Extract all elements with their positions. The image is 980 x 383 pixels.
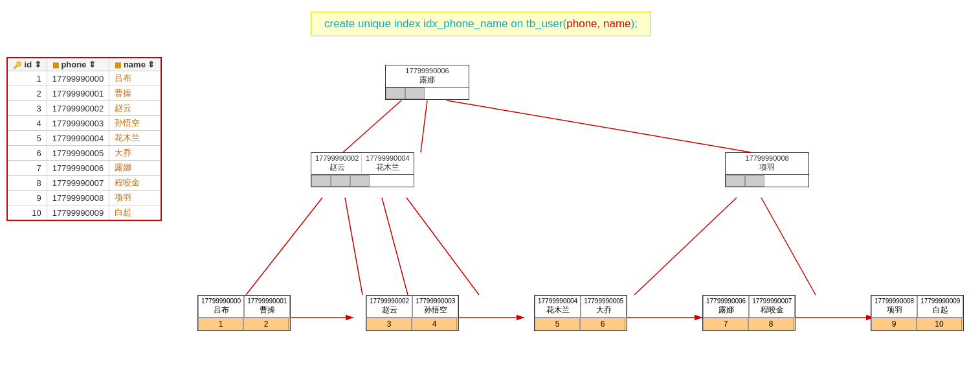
svg-line-7 [406, 198, 479, 295]
svg-line-4 [246, 198, 322, 295]
leaf-node-2: 17799990002 赵云 17799990003 孙悟空 3 4 [366, 295, 459, 331]
leaf5-cell1: 17799990008 项羽 [871, 296, 917, 318]
cell-phone: 17799990002 [47, 101, 109, 116]
cell-phone: 17799990001 [47, 86, 109, 101]
table-row: 6 17799990005 大乔 [7, 146, 161, 161]
root-phone: 17799990006 [405, 67, 449, 75]
cell-id: 5 [7, 131, 47, 146]
leaf5-cell2: 17799990009 白起 [917, 296, 963, 318]
l2l-phone2: 17799990004 [366, 154, 409, 162]
leaf5-id1: 9 [871, 318, 917, 331]
leaf3-id2: 6 [580, 318, 625, 331]
l2r-phone: 17799990008 [745, 154, 788, 162]
cell-name: 赵云 [109, 101, 161, 116]
leaf2-id2: 4 [412, 318, 457, 331]
svg-line-6 [382, 198, 408, 295]
level2-left-node: 17799990002 赵云 17799990004 花木兰 [311, 152, 414, 187]
leaf4-cell2: 17799990007 程咬金 [749, 296, 795, 318]
leaf1-cell1: 17799990000 吕布 [198, 296, 244, 318]
cell-phone: 17799990009 [47, 205, 109, 221]
leaf-node-1: 17799990000 吕布 17799990001 曹操 1 2 [197, 295, 291, 331]
btree-container: 17799990006 露娜 17799990002 赵云 1779999000… [162, 0, 977, 383]
l2l-ptr3 [350, 175, 370, 187]
col-phone-header: ▦ phone ⇕ [47, 58, 109, 71]
cell-name: 大乔 [109, 146, 161, 161]
cell-id: 1 [7, 71, 47, 86]
level2-right-node: 17799990008 项羽 [725, 152, 809, 187]
cell-name: 项羽 [109, 191, 161, 205]
leaf3-id1: 5 [535, 318, 580, 331]
cell-phone: 17799990000 [47, 71, 109, 86]
leaf5-id2: 10 [917, 318, 962, 331]
table-row: 4 17799990003 孙悟空 [7, 116, 161, 131]
l2r-name: 项羽 [759, 162, 775, 173]
l2l-phone1: 17799990002 [315, 154, 359, 162]
leaf3-cell2: 17799990005 大乔 [581, 296, 627, 318]
leaf2-cell1: 17799990002 赵云 [366, 296, 412, 318]
cell-phone: 17799990007 [47, 176, 109, 191]
cell-name: 程咬金 [109, 176, 161, 191]
table-row: 3 17799990002 赵云 [7, 101, 161, 116]
cell-phone: 17799990008 [47, 191, 109, 205]
table-row: 2 17799990001 曹操 [7, 86, 161, 101]
table-row: 10 17799990009 白起 [7, 205, 161, 221]
leaf-node-5: 17799990008 项羽 17799990009 白起 9 10 [871, 295, 964, 331]
leaf1-id1: 1 [198, 318, 243, 331]
leaf2-cell2: 17799990003 孙悟空 [412, 296, 458, 318]
col-name-header: ▦ name ⇕ [109, 58, 161, 71]
cell-phone: 17799990003 [47, 116, 109, 131]
table-row: 1 17799990000 吕布 [7, 71, 161, 86]
root-ptr-left [386, 87, 405, 99]
cell-id: 9 [7, 191, 47, 205]
col-id-header: 🔑 id ⇕ [7, 58, 47, 71]
cell-name: 花木兰 [109, 131, 161, 146]
leaf-node-3: 17799990004 花木兰 17799990005 大乔 5 6 [534, 295, 627, 331]
cell-id: 3 [7, 101, 47, 116]
svg-line-3 [447, 100, 751, 152]
leaf4-cell1: 17799990006 露娜 [703, 296, 749, 318]
leaf-node-4: 17799990006 露娜 17799990007 程咬金 7 8 [702, 295, 796, 331]
cell-name: 白起 [109, 205, 161, 221]
root-ptr-right [405, 87, 425, 99]
leaf3-cell1: 17799990004 花木兰 [535, 296, 581, 318]
cell-id: 2 [7, 86, 47, 101]
cell-name: 露娜 [109, 161, 161, 176]
cell-name: 曹操 [109, 86, 161, 101]
leaf1-id2: 2 [243, 318, 289, 331]
l2l-ptr2 [331, 175, 350, 187]
l2l-name1: 赵云 [329, 162, 345, 173]
l2r-ptr1 [726, 175, 745, 187]
leaf2-id1: 3 [366, 318, 412, 331]
root-name: 露娜 [419, 75, 435, 86]
svg-line-5 [345, 198, 362, 295]
cell-name: 孙悟空 [109, 116, 161, 131]
svg-line-2 [421, 100, 427, 152]
table-row: 7 17799990006 露娜 [7, 161, 161, 176]
cell-phone: 17799990004 [47, 131, 109, 146]
cell-name: 吕布 [109, 71, 161, 86]
table-row: 8 17799990007 程咬金 [7, 176, 161, 191]
l2l-ptr1 [311, 175, 331, 187]
svg-line-1 [343, 100, 401, 152]
cell-id: 6 [7, 146, 47, 161]
table-row: 9 17799990008 项羽 [7, 191, 161, 205]
leaf1-cell2: 17799990001 曹操 [244, 296, 290, 318]
svg-line-8 [634, 198, 737, 295]
l2r-ptr2 [745, 175, 764, 187]
l2l-name2: 花木兰 [376, 162, 399, 173]
cell-id: 4 [7, 116, 47, 131]
svg-line-9 [761, 198, 816, 295]
cell-phone: 17799990005 [47, 146, 109, 161]
leaf4-id2: 8 [748, 318, 794, 331]
table-row: 5 17799990004 花木兰 [7, 131, 161, 146]
cell-id: 10 [7, 205, 47, 221]
cell-phone: 17799990006 [47, 161, 109, 176]
root-node: 17799990006 露娜 [385, 65, 469, 100]
database-table: 🔑 id ⇕ ▦ phone ⇕ ▦ name ⇕ 1 17799990000 … [6, 57, 162, 221]
cell-id: 8 [7, 176, 47, 191]
cell-id: 7 [7, 161, 47, 176]
leaf4-id1: 7 [703, 318, 748, 331]
